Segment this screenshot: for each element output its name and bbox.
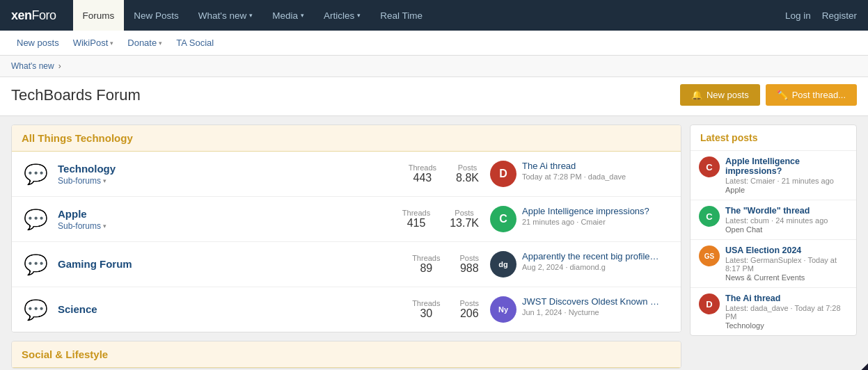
nav-new-posts[interactable]: New Posts: [124, 0, 189, 31]
sidebar-content-4: The Ai thread Latest: dada_dave · Today …: [725, 293, 848, 330]
sidebar-avatar-4: D: [699, 293, 720, 314]
login-link[interactable]: Log in: [785, 10, 811, 21]
nav-forums[interactable]: Forums: [73, 0, 125, 31]
forum-section-technology: All Things Technology 💬 Technology Sub-f…: [11, 124, 681, 332]
sidebar-category-3[interactable]: News & Current Events: [725, 273, 848, 282]
latest-title-gaming[interactable]: Apparently the recent big profile g...: [522, 251, 661, 262]
post-thread-button[interactable]: ✏️ Post thread...: [766, 84, 857, 106]
forum-info-technology: Technology Sub-forums ▾: [58, 163, 409, 186]
sidebar-avatar-3: GS: [699, 246, 720, 266]
chat-icon-science: 💬: [24, 298, 48, 321]
main-nav: Forums New Posts What's new ▾ Media ▾ Ar…: [73, 0, 432, 31]
forum-sub-apple: Sub-forums ▾: [58, 221, 402, 231]
chat-icon-gaming: 💬: [24, 253, 48, 276]
posts-stat-tech: Posts 8.8K: [456, 163, 479, 184]
latest-title-tech[interactable]: The Ai thread: [522, 161, 661, 171]
section-title-social: Social & Lifestyle: [22, 348, 108, 360]
sidebar-category-4[interactable]: Technology: [725, 321, 848, 330]
edit-icon: ✏️: [777, 90, 788, 100]
forum-icon-gaming: 💬: [22, 250, 49, 278]
forum-stats-science: Threads 30 Posts 206: [412, 299, 479, 320]
forum-stats-technology: Threads 443 Posts 8.8K: [409, 163, 479, 184]
breadcrumb: What's new ›: [0, 56, 868, 77]
subnav-ta-social[interactable]: TA Social: [171, 31, 219, 56]
sub-forums-link-apple[interactable]: Sub-forums: [58, 221, 101, 231]
forum-row-gaming: 💬 Gaming Forum Threads 89 Posts 988: [12, 242, 681, 287]
forum-info-science: Science: [58, 303, 412, 316]
sidebar-title: Latest posts: [700, 132, 757, 143]
sub-nav: New posts WikiPost ▾ Donate ▾ TA Social: [0, 31, 868, 56]
nav-realtime[interactable]: Real Time: [370, 0, 432, 31]
avatar-science: Ny: [490, 296, 516, 323]
sidebar-thread-1[interactable]: Apple Intelligence impressions?: [725, 156, 848, 176]
sidebar-content-1: Apple Intelligence impressions? Latest: …: [725, 156, 848, 194]
latest-post-tech: D The Ai thread Today at 7:28 PM · dada_…: [490, 161, 671, 187]
sidebar-meta-1: Latest: Cmaier · 21 minutes ago: [725, 177, 848, 185]
forum-info-apple: Apple Sub-forums ▾: [58, 208, 402, 231]
articles-arrow: ▾: [357, 12, 361, 19]
forum-info-gaming: Gaming Forum: [58, 258, 412, 271]
chat-icon: 💬: [24, 163, 48, 186]
sidebar-thread-2[interactable]: The "Wordle" thread: [725, 206, 848, 216]
nav-articles[interactable]: Articles ▾: [314, 0, 370, 31]
subnav-new-posts[interactable]: New posts: [11, 31, 65, 56]
sidebar-content-2: The "Wordle" thread Latest: cbum · 24 mi…: [725, 206, 848, 234]
threads-stat-science: Threads 30: [412, 299, 440, 320]
subnav-wikipost[interactable]: WikiPost ▾: [68, 31, 120, 56]
latest-title-apple[interactable]: Apple Intelligence impressions?: [522, 206, 661, 216]
whats-new-arrow: ▾: [249, 12, 253, 19]
forum-stats-gaming: Threads 89 Posts 988: [412, 254, 479, 275]
content-area: All Things Technology 💬 Technology Sub-f…: [11, 124, 681, 370]
latest-meta-gaming: Aug 2, 2024 · diamond.g: [522, 263, 671, 271]
posts-stat-science: Posts 206: [459, 299, 479, 320]
section-title-technology: All Things Technology: [22, 132, 133, 144]
logo[interactable]: xenForo: [11, 8, 56, 23]
sidebar-thread-4[interactable]: The Ai thread: [725, 293, 848, 303]
forum-name-gaming[interactable]: Gaming Forum: [58, 258, 412, 270]
sub-forums-link-tech[interactable]: Sub-forums: [58, 176, 101, 186]
forum-row-science: 💬 Science Threads 30 Posts 206: [12, 287, 681, 332]
sidebar-category-2[interactable]: Open Chat: [725, 225, 848, 234]
forum-row-technology: 💬 Technology Sub-forums ▾ Threads 443: [12, 152, 681, 197]
nav-media[interactable]: Media ▾: [262, 0, 314, 31]
sidebar-category-1[interactable]: Apple: [725, 186, 848, 194]
forum-row-apple: 💬 Apple Sub-forums ▾ Threads 415: [12, 197, 681, 242]
forum-name-science[interactable]: Science: [58, 303, 412, 315]
sub-arrow-apple: ▾: [103, 223, 106, 230]
section-header-technology: All Things Technology: [12, 125, 681, 152]
latest-meta-apple: 21 minutes ago · Cmaier: [522, 218, 671, 226]
logo-prefix: xen: [11, 8, 32, 22]
sidebar-avatar-1: C: [699, 156, 720, 177]
threads-stat-apple: Threads 415: [402, 209, 430, 230]
sidebar-post-4: D The Ai thread Latest: dada_dave · Toda…: [691, 288, 856, 335]
top-nav: xenForo Forums New Posts What's new ▾ Me…: [0, 0, 868, 31]
forum-sub-technology: Sub-forums ▾: [58, 176, 409, 186]
logo-suffix: Foro: [32, 8, 56, 22]
latest-posts-card: Latest posts C Apple Intelligence impres…: [690, 124, 857, 336]
chat-icon-apple: 💬: [24, 208, 48, 231]
page-title: TechBoards Forum: [11, 86, 141, 104]
sub-arrow-tech: ▾: [103, 177, 106, 184]
sidebar-thread-3[interactable]: USA Election 2024: [725, 246, 848, 255]
bell-icon: 🔔: [691, 90, 702, 100]
sidebar: Latest posts C Apple Intelligence impres…: [690, 124, 857, 370]
sidebar-meta-2: Latest: cbum · 24 minutes ago: [725, 216, 848, 225]
header-actions: 🔔 New posts ✏️ Post thread...: [680, 84, 857, 106]
forum-stats-apple: Threads 415 Posts 13.7K: [402, 209, 479, 230]
subnav-donate[interactable]: Donate ▾: [122, 31, 168, 56]
forum-icon-apple: 💬: [22, 205, 49, 233]
forum-name-technology[interactable]: Technology: [58, 163, 409, 175]
latest-info-tech: The Ai thread Today at 7:28 PM · dada_da…: [522, 161, 671, 181]
section-header-social: Social & Lifestyle: [12, 341, 681, 368]
new-posts-button[interactable]: 🔔 New posts: [680, 84, 760, 106]
latest-info-gaming: Apparently the recent big profile g... A…: [522, 251, 671, 271]
latest-title-science[interactable]: JWST Discovers Oldest Known G...: [522, 296, 661, 307]
sidebar-content-3: USA Election 2024 Latest: GermanSuplex ·…: [725, 246, 848, 282]
breadcrumb-whats-new[interactable]: What's new: [11, 61, 54, 71]
media-arrow: ▾: [301, 12, 304, 19]
register-link[interactable]: Register: [822, 10, 857, 21]
nav-whats-new[interactable]: What's new ▾: [189, 0, 262, 31]
latest-info-science: JWST Discovers Oldest Known G... Jun 1, …: [522, 296, 671, 316]
sidebar-post-1: C Apple Intelligence impressions? Latest…: [691, 151, 856, 200]
forum-name-apple[interactable]: Apple: [58, 208, 402, 220]
